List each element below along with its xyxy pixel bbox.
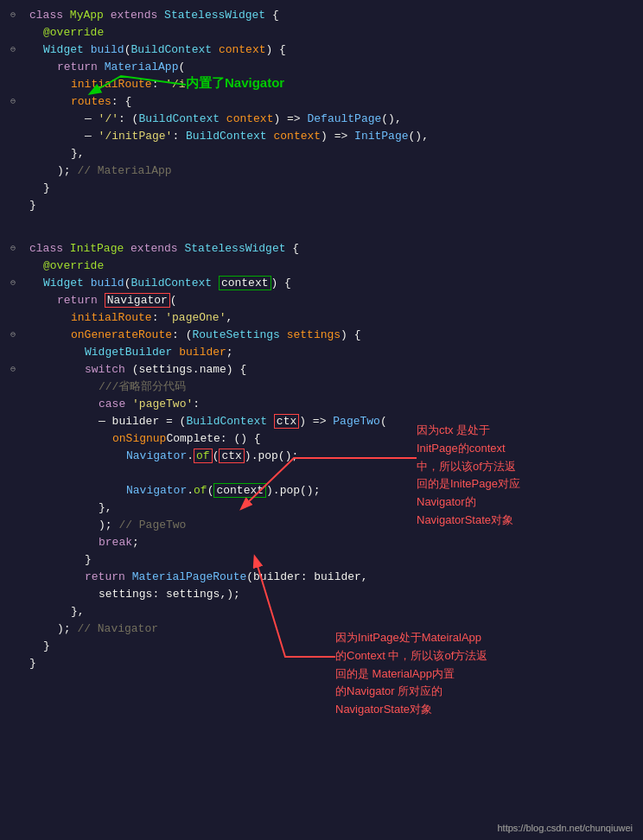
code-line-14: @override (0, 258, 643, 275)
code-line-21: ///省略部分代码 (0, 379, 643, 396)
code-line-10: ); // MaterialApp (0, 162, 643, 180)
code-line-26 (0, 465, 643, 482)
code-line-6: ⊖ routes: { (0, 93, 643, 111)
code-line-37: } (0, 655, 643, 672)
code-line-5: initialRoute: '/initPage', (0, 76, 643, 93)
code-line-1: ⊖ class MyApp extends StatelessWidget { (0, 7, 643, 24)
code-line-15: ⊖ Widget build(BuildContext context) { (0, 275, 643, 292)
code-line-4: return MaterialApp( (0, 59, 643, 76)
code-line-12: } (0, 197, 643, 214)
code-line-29: ); // PageTwo (0, 517, 643, 534)
code-line-3: ⊖ Widget build(BuildContext context) { (0, 41, 643, 59)
code-line-31: } (0, 551, 643, 569)
code-line-20: ⊖ switch (settings.name) { (0, 361, 643, 379)
code-line-2: @override (0, 24, 643, 41)
code-line-8: — '/initPage': BuildContext context) => … (0, 128, 643, 145)
code-line-17: initialRoute: 'pageOne', (0, 309, 643, 327)
code-line-18: ⊖ onGenerateRoute: (RouteSettings settin… (0, 327, 643, 344)
code-line-35: ); // Navigator (0, 620, 643, 638)
code-line-27: Navigator.of(context).pop(); (0, 482, 643, 500)
code-line-19: WidgetBuilder builder; (0, 344, 643, 361)
code-line-28: }, (0, 500, 643, 517)
code-line-9: }, (0, 145, 643, 162)
code-line-22: case 'pageTwo': (0, 396, 643, 413)
separator (0, 214, 643, 240)
code-line-34: }, (0, 603, 643, 620)
code-line-36: } (0, 638, 643, 655)
code-line-23: — builder = (BuildContext ctx) => PageTw… (0, 413, 643, 430)
code-line-16: return Navigator( (0, 292, 643, 309)
code-line-32: return MaterialPageRoute(builder: builde… (0, 569, 643, 586)
code-line-7: — '/': (BuildContext context) => Default… (0, 111, 643, 128)
code-line-24: onSignupComplete: () { (0, 430, 643, 448)
code-line-33: settings: settings,); (0, 586, 643, 603)
code-editor: ⊖ class MyApp extends StatelessWidget { … (0, 0, 643, 679)
code-line-11: } (0, 180, 643, 197)
code-line-30: break; (0, 534, 643, 551)
code-line-25: Navigator.of(ctx).pop(); (0, 448, 643, 465)
footer-url: https://blog.csdn.net/chunqiuwei (497, 823, 633, 833)
code-line-13: ⊖ class InitPage extends StatelessWidget… (0, 240, 643, 258)
